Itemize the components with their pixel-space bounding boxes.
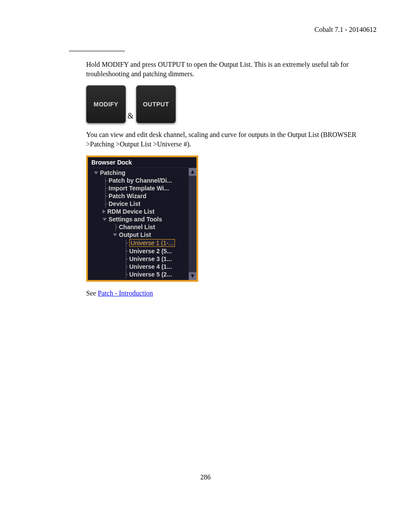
tree-label: RDM Device List — [107, 208, 155, 215]
tree-label: Universe 3 (1... — [129, 255, 172, 262]
chevron-down-icon — [113, 233, 117, 236]
branch-icon: ├ — [103, 193, 109, 199]
see-prefix: See — [86, 289, 98, 297]
branch-icon: ├ — [113, 224, 119, 230]
branch-icon: ├ — [123, 248, 129, 254]
branch-icon: ├ — [123, 271, 129, 277]
tree-label: Device List — [109, 200, 140, 207]
browser-dock-panel: Browser Dock Patching ├ Patch by Channel… — [86, 156, 198, 282]
tree-item-universe-selected[interactable]: ├ Universe 1 (1-... — [88, 239, 189, 247]
patch-introduction-link[interactable]: Patch - Introduction — [98, 289, 153, 297]
tree-label: Universe 4 (1... — [129, 263, 172, 270]
intro-paragraph: Hold MODIFY and press OUTPUT to open the… — [86, 60, 377, 78]
tree-label: Universe 1 (1-... — [129, 239, 175, 247]
scroll-up-icon[interactable] — [189, 168, 196, 176]
tree-root-patching[interactable]: Patching — [88, 169, 189, 177]
tree-item-rdm[interactable]: RDM Device List — [88, 208, 189, 215]
branch-icon: ├ — [103, 185, 109, 191]
browser-dock-title: Browser Dock — [88, 157, 196, 168]
tree-label: Patch by Channel/Di... — [109, 177, 172, 184]
tree-item-universe[interactable]: ├ Universe 5 (2... — [88, 271, 189, 278]
tree-item-settings[interactable]: Settings and Tools — [88, 215, 189, 223]
svg-marker-0 — [191, 170, 194, 174]
tree-item[interactable]: ├ Device List — [88, 200, 189, 208]
tree-label: Output List — [119, 231, 151, 238]
scrollbar[interactable] — [189, 168, 196, 280]
ampersand-text: & — [128, 112, 134, 121]
svg-marker-1 — [191, 274, 194, 278]
modify-key: MODIFY — [86, 85, 126, 123]
key-illustration: MODIFY & OUTPUT — [86, 85, 377, 123]
tree-item[interactable]: ├ Patch by Channel/Di... — [88, 177, 189, 184]
branch-icon: ├ — [103, 201, 109, 207]
browser-dock-tree: Patching ├ Patch by Channel/Di... ├ Impo… — [88, 168, 189, 280]
tree-label: Channel List — [119, 224, 155, 230]
tree-item[interactable]: ├ Patch Wizard — [88, 192, 189, 200]
page-number: 286 — [0, 473, 411, 481]
branch-icon: ├ — [123, 240, 129, 246]
tree-label: Import Template Wi... — [109, 185, 169, 192]
tree-item-output-list[interactable]: Output List — [88, 231, 189, 239]
tree-label: Patch Wizard — [109, 193, 146, 199]
scroll-down-icon[interactable] — [189, 272, 196, 280]
see-paragraph: See Patch - Introduction — [86, 289, 377, 298]
tree-label: Universe 2 (5... — [129, 248, 172, 255]
section-divider — [69, 51, 125, 51]
scroll-track[interactable] — [189, 176, 196, 272]
view-edit-paragraph: You can view and edit desk channel, scal… — [86, 130, 377, 149]
tree-item-universe[interactable]: ├ Universe 3 (1... — [88, 255, 189, 263]
tree-item-universe[interactable]: ├ Universe 2 (5... — [88, 247, 189, 255]
tree-label: Universe 5 (2... — [129, 271, 172, 278]
output-key: OUTPUT — [136, 85, 176, 123]
chevron-down-icon — [103, 218, 107, 221]
tree-item-universe[interactable]: ├ Universe 4 (1... — [88, 263, 189, 271]
tree-label: Patching — [100, 169, 125, 176]
tree-item[interactable]: ├ Import Template Wi... — [88, 184, 189, 192]
branch-icon: ├ — [123, 256, 129, 262]
chevron-down-icon — [94, 171, 98, 174]
doc-header-version: Cobalt 7.1 - 20140612 — [34, 26, 377, 34]
tree-label: Settings and Tools — [109, 216, 162, 223]
branch-icon: ├ — [103, 177, 109, 184]
chevron-right-icon — [103, 209, 106, 214]
tree-item-channel-list[interactable]: ├ Channel List — [88, 223, 189, 231]
branch-icon: ├ — [123, 264, 129, 270]
